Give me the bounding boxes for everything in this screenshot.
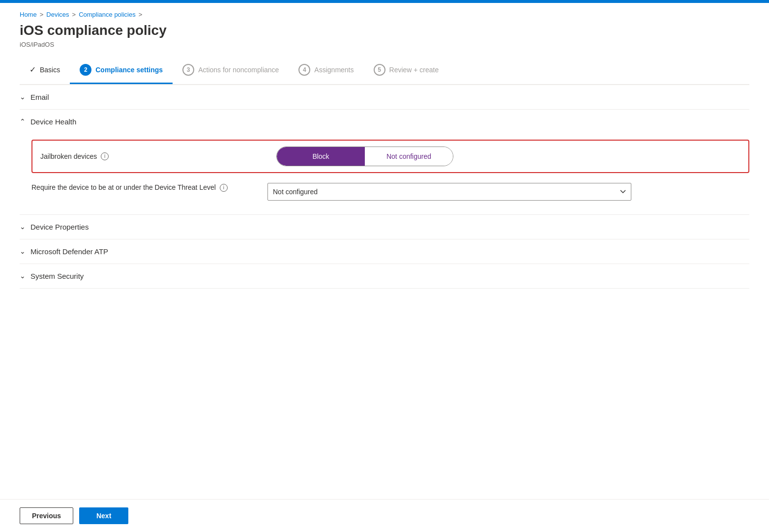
jailbroken-toggle[interactable]: Block Not configured [276,147,453,166]
defender-atp-label: Microsoft Defender ATP [30,247,108,256]
breadcrumb-home[interactable]: Home [20,11,37,18]
tab-assignments-label: Assignments [314,66,354,74]
jailbroken-toggle-not-configured[interactable]: Not configured [365,147,453,166]
tab-actions-label: Actions for noncompliance [198,66,279,74]
section-device-properties[interactable]: ⌄ Device Properties [20,215,749,239]
jailbroken-label-col: Jailbroken devices i [40,152,276,160]
tab-compliance-settings-label: Compliance settings [95,66,163,74]
jailbroken-toggle-block[interactable]: Block [277,147,365,166]
breadcrumb: Home > Devices > Compliance policies > [20,11,749,18]
tab-assignments[interactable]: 4 Assignments [289,58,363,84]
breadcrumb-sep-3: > [139,11,143,18]
tab-review-label: Review + create [389,66,439,74]
section-device-health: ⌃ Device Health Jailbroken devices i Blo… [20,110,749,215]
device-properties-label: Device Properties [30,223,89,231]
threat-level-select[interactable]: Not configured Secured Low Medium High [267,183,631,201]
wizard-tabs: ✓ Basics 2 Compliance settings 3 Actions… [20,58,749,85]
page-title: iOS compliance policy [20,22,749,39]
tab-basics-label: Basics [40,66,60,74]
device-health-chevron: ⌃ [20,118,26,125]
section-system-security[interactable]: ⌄ System Security [20,264,749,289]
tab-actions[interactable]: 3 Actions for noncompliance [173,58,289,84]
section-email[interactable]: ⌄ Email [20,85,749,110]
breadcrumb-devices[interactable]: Devices [46,11,69,18]
breadcrumb-compliance-policies[interactable]: Compliance policies [79,11,136,18]
defender-atp-chevron: ⌄ [20,247,26,255]
threat-level-label-col: Require the device to be at or under the… [31,183,267,193]
tab-basics[interactable]: ✓ Basics [20,59,70,83]
tab-review-circle: 5 [374,64,385,76]
jailbroken-label: Jailbroken devices [40,152,97,160]
breadcrumb-sep-2: > [72,11,76,18]
tab-basics-check: ✓ [30,65,36,74]
content-area: ⌄ Email ⌃ Device Health Jailbroken devic… [20,85,749,338]
jailbroken-setting-row: Jailbroken devices i Block Not configure… [31,140,749,173]
jailbroken-info-icon[interactable]: i [101,152,109,160]
device-health-header[interactable]: ⌃ Device Health [20,110,749,134]
tab-compliance-settings-circle: 2 [80,64,91,76]
device-health-label: Device Health [30,118,76,126]
section-defender-atp[interactable]: ⌄ Microsoft Defender ATP [20,239,749,264]
tab-actions-circle: 3 [182,64,194,76]
threat-level-row: Require the device to be at or under the… [31,179,749,205]
breadcrumb-sep-1: > [40,11,44,18]
device-properties-chevron: ⌄ [20,223,26,231]
device-health-body: Jailbroken devices i Block Not configure… [20,134,749,214]
tab-review[interactable]: 5 Review + create [364,58,449,84]
system-security-label: System Security [30,272,84,280]
threat-level-label: Require the device to be at or under the… [31,183,216,193]
page-subtitle: iOS/iPadOS [20,41,749,48]
tab-compliance-settings[interactable]: 2 Compliance settings [70,58,173,84]
system-security-chevron: ⌄ [20,272,26,280]
email-label: Email [30,93,49,101]
email-chevron: ⌄ [20,93,26,101]
threat-level-info-icon[interactable]: i [220,184,228,192]
tab-assignments-circle: 4 [298,64,310,76]
